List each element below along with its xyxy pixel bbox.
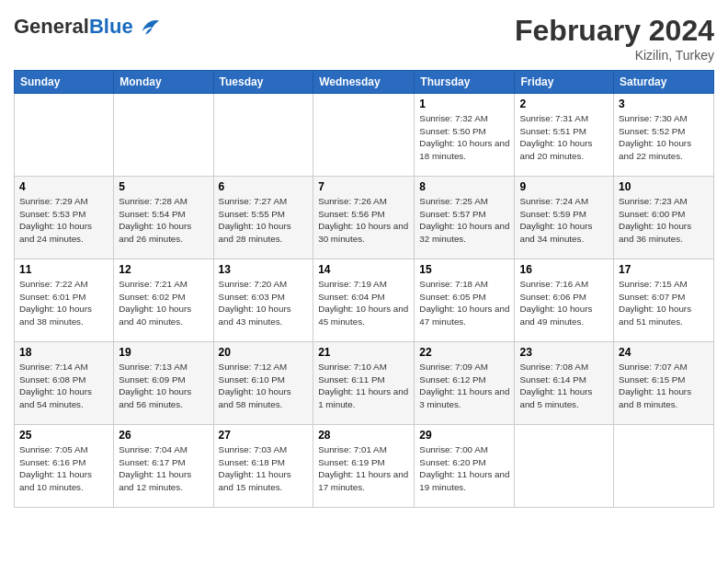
month-title: February 2024 <box>515 14 714 48</box>
daylight-text: Daylight: 11 hours and 5 minutes. <box>519 386 592 409</box>
day-number: 10 <box>619 180 709 193</box>
calendar-week-row: 25 Sunrise: 7:05 AM Sunset: 6:16 PM Dayl… <box>15 425 714 508</box>
table-row: 12 Sunrise: 7:21 AM Sunset: 6:02 PM Dayl… <box>114 259 213 342</box>
sunset-text: Sunset: 5:55 PM <box>219 209 285 219</box>
day-number: 12 <box>119 263 208 276</box>
sunrise-text: Sunrise: 7:18 AM <box>419 279 488 289</box>
table-row: 2 Sunrise: 7:31 AM Sunset: 5:51 PM Dayli… <box>515 94 614 177</box>
sunset-text: Sunset: 6:12 PM <box>419 374 485 385</box>
daylight-text: Daylight: 11 hours and 3 minutes. <box>419 386 509 409</box>
sunset-text: Sunset: 6:04 PM <box>318 292 384 302</box>
sunrise-text: Sunrise: 7:15 AM <box>619 279 688 289</box>
day-info: Sunrise: 7:00 AM Sunset: 6:20 PM Dayligh… <box>419 443 509 494</box>
daylight-text: Daylight: 11 hours and 8 minutes. <box>619 386 691 409</box>
day-info: Sunrise: 7:12 AM Sunset: 6:10 PM Dayligh… <box>219 361 309 411</box>
day-number: 26 <box>119 429 208 442</box>
day-info: Sunrise: 7:24 AM Sunset: 5:59 PM Dayligh… <box>519 195 609 246</box>
table-row: 1 Sunrise: 7:32 AM Sunset: 5:50 PM Dayli… <box>415 94 515 177</box>
day-number: 19 <box>119 346 208 359</box>
day-info: Sunrise: 7:26 AM Sunset: 5:56 PM Dayligh… <box>318 195 409 246</box>
sunrise-text: Sunrise: 7:30 AM <box>619 113 688 123</box>
table-row: 11 Sunrise: 7:22 AM Sunset: 6:01 PM Dayl… <box>15 259 114 342</box>
calendar-week-row: 18 Sunrise: 7:14 AM Sunset: 6:08 PM Dayl… <box>15 342 714 425</box>
daylight-text: Daylight: 11 hours and 15 minutes. <box>219 469 291 492</box>
sunset-text: Sunset: 6:05 PM <box>419 292 485 302</box>
daylight-text: Daylight: 10 hours and 47 minutes. <box>419 304 509 327</box>
table-row: 20 Sunrise: 7:12 AM Sunset: 6:10 PM Dayl… <box>213 342 313 425</box>
table-row: 17 Sunrise: 7:15 AM Sunset: 6:07 PM Dayl… <box>614 259 714 342</box>
sunset-text: Sunset: 6:20 PM <box>419 457 485 467</box>
table-row: 25 Sunrise: 7:05 AM Sunset: 6:16 PM Dayl… <box>15 425 114 508</box>
sunset-text: Sunset: 6:18 PM <box>219 457 285 467</box>
day-info: Sunrise: 7:10 AM Sunset: 6:11 PM Dayligh… <box>318 361 409 411</box>
table-row <box>614 425 714 508</box>
sunset-text: Sunset: 5:56 PM <box>318 209 384 219</box>
sunset-text: Sunset: 6:07 PM <box>619 292 685 302</box>
table-row: 16 Sunrise: 7:16 AM Sunset: 6:06 PM Dayl… <box>515 259 614 342</box>
day-info: Sunrise: 7:14 AM Sunset: 6:08 PM Dayligh… <box>19 361 108 411</box>
title-block: February 2024 Kizilin, Turkey <box>515 14 714 63</box>
sunrise-text: Sunrise: 7:13 AM <box>119 362 188 372</box>
table-row: 7 Sunrise: 7:26 AM Sunset: 5:56 PM Dayli… <box>313 177 415 259</box>
day-number: 28 <box>318 429 409 442</box>
day-info: Sunrise: 7:25 AM Sunset: 5:57 PM Dayligh… <box>419 195 509 246</box>
sunrise-text: Sunrise: 7:19 AM <box>318 279 387 289</box>
table-row: 8 Sunrise: 7:25 AM Sunset: 5:57 PM Dayli… <box>415 177 515 259</box>
sunset-text: Sunset: 5:59 PM <box>519 209 586 219</box>
col-sunday: Sunday <box>15 71 114 94</box>
table-row: 9 Sunrise: 7:24 AM Sunset: 5:59 PM Dayli… <box>515 177 614 259</box>
daylight-text: Daylight: 10 hours and 20 minutes. <box>519 138 592 161</box>
sunset-text: Sunset: 5:50 PM <box>419 126 485 136</box>
sunset-text: Sunset: 6:15 PM <box>619 374 685 385</box>
day-number: 27 <box>219 429 309 442</box>
sunrise-text: Sunrise: 7:01 AM <box>318 444 387 454</box>
table-row <box>15 94 114 177</box>
day-number: 25 <box>19 429 108 442</box>
day-info: Sunrise: 7:20 AM Sunset: 6:03 PM Dayligh… <box>219 278 309 328</box>
day-info: Sunrise: 7:32 AM Sunset: 5:50 PM Dayligh… <box>419 112 509 163</box>
day-number: 21 <box>318 346 409 359</box>
sunset-text: Sunset: 6:09 PM <box>119 374 185 385</box>
daylight-text: Daylight: 11 hours and 17 minutes. <box>318 469 408 492</box>
daylight-text: Daylight: 11 hours and 19 minutes. <box>419 469 509 492</box>
table-row: 22 Sunrise: 7:09 AM Sunset: 6:12 PM Dayl… <box>415 342 515 425</box>
sunset-text: Sunset: 6:00 PM <box>619 209 685 219</box>
day-info: Sunrise: 7:07 AM Sunset: 6:15 PM Dayligh… <box>619 361 709 411</box>
sunset-text: Sunset: 5:53 PM <box>19 209 85 219</box>
daylight-text: Daylight: 10 hours and 51 minutes. <box>619 304 691 327</box>
sunrise-text: Sunrise: 7:08 AM <box>519 362 588 372</box>
daylight-text: Daylight: 10 hours and 22 minutes. <box>619 138 691 161</box>
daylight-text: Daylight: 10 hours and 30 minutes. <box>318 221 408 244</box>
sunset-text: Sunset: 6:02 PM <box>119 292 185 302</box>
sunrise-text: Sunrise: 7:05 AM <box>19 444 88 454</box>
day-number: 9 <box>519 180 609 193</box>
table-row: 3 Sunrise: 7:30 AM Sunset: 5:52 PM Dayli… <box>614 94 714 177</box>
col-saturday: Saturday <box>614 71 714 94</box>
table-row: 4 Sunrise: 7:29 AM Sunset: 5:53 PM Dayli… <box>15 177 114 259</box>
table-row: 26 Sunrise: 7:04 AM Sunset: 6:17 PM Dayl… <box>114 425 213 508</box>
sunrise-text: Sunrise: 7:00 AM <box>419 444 488 454</box>
daylight-text: Daylight: 10 hours and 40 minutes. <box>119 304 191 327</box>
table-row: 23 Sunrise: 7:08 AM Sunset: 6:14 PM Dayl… <box>515 342 614 425</box>
day-number: 11 <box>19 263 108 276</box>
sunrise-text: Sunrise: 7:25 AM <box>419 196 488 206</box>
sunset-text: Sunset: 5:57 PM <box>419 209 485 219</box>
sunset-text: Sunset: 6:08 PM <box>19 374 85 385</box>
sunrise-text: Sunrise: 7:28 AM <box>119 196 188 206</box>
sunset-text: Sunset: 6:03 PM <box>219 292 285 302</box>
table-row: 28 Sunrise: 7:01 AM Sunset: 6:19 PM Dayl… <box>313 425 415 508</box>
day-number: 4 <box>19 180 108 193</box>
sunset-text: Sunset: 6:10 PM <box>219 374 285 385</box>
sunrise-text: Sunrise: 7:03 AM <box>219 444 288 454</box>
daylight-text: Daylight: 11 hours and 10 minutes. <box>19 469 92 492</box>
sunrise-text: Sunrise: 7:24 AM <box>519 196 588 206</box>
logo-general: General <box>14 15 89 38</box>
table-row <box>313 94 415 177</box>
day-number: 22 <box>419 346 509 359</box>
daylight-text: Daylight: 10 hours and 36 minutes. <box>619 221 691 244</box>
col-monday: Monday <box>114 71 213 94</box>
day-info: Sunrise: 7:21 AM Sunset: 6:02 PM Dayligh… <box>119 278 208 328</box>
table-row: 10 Sunrise: 7:23 AM Sunset: 6:00 PM Dayl… <box>614 177 714 259</box>
day-number: 17 <box>619 263 709 276</box>
day-number: 18 <box>19 346 108 359</box>
